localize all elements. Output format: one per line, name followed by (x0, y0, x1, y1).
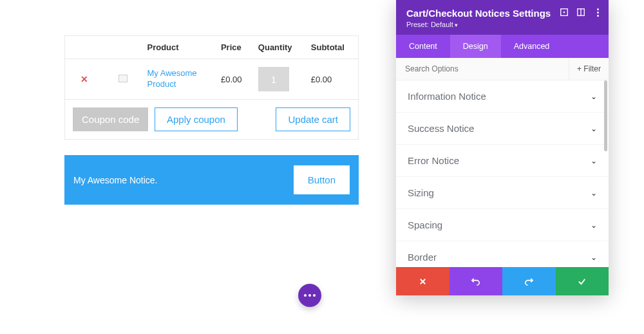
product-link[interactable]: My Awesome Product (147, 68, 199, 90)
cancel-button[interactable] (396, 267, 450, 295)
cart-table: Product Price Quantity Subtotal ✕ My Awe… (64, 35, 359, 140)
panel-header: Cart/Checkout Notices Settings Preset: D… (396, 0, 609, 35)
redo-button[interactable] (502, 267, 556, 295)
coupon-input[interactable] (73, 107, 148, 131)
preset-dropdown[interactable]: Preset: Default (406, 21, 598, 28)
cart-actions-row: Apply coupon Update cart (65, 100, 359, 140)
col-price: Price (216, 36, 253, 59)
chevron-down-icon: ⌄ (591, 92, 597, 101)
col-subtotal: Subtotal (306, 36, 359, 59)
tab-design[interactable]: Design (450, 35, 501, 58)
filter-button[interactable]: + Filter (569, 58, 609, 80)
notice-text: My Awesome Notice. (73, 175, 157, 185)
panel-layout-icon[interactable] (576, 8, 585, 17)
chevron-down-icon: ⌄ (591, 221, 597, 230)
search-row: + Filter (396, 58, 609, 80)
options-list: Information Notice⌄ Success Notice⌄ Erro… (396, 80, 609, 267)
tab-content[interactable]: Content (396, 35, 450, 58)
confirm-button[interactable] (556, 267, 609, 295)
expand-icon[interactable] (560, 8, 569, 17)
apply-coupon-button[interactable]: Apply coupon (155, 107, 238, 131)
option-border[interactable]: Border⌄ (396, 241, 609, 267)
col-product: Product (142, 36, 216, 59)
undo-button[interactable] (450, 267, 503, 295)
panel-footer (396, 267, 609, 295)
panel-tabs: Content Design Advanced (396, 35, 609, 58)
quantity-stepper[interactable]: 1 (258, 67, 289, 91)
chevron-down-icon: ⌄ (591, 189, 597, 198)
settings-panel: Cart/Checkout Notices Settings Preset: D… (396, 0, 609, 295)
option-success-notice[interactable]: Success Notice⌄ (396, 113, 609, 145)
table-row: ✕ My Awesome Product £0.00 1 £0.00 (65, 59, 359, 100)
chevron-down-icon: ⌄ (591, 253, 597, 262)
more-menu-icon[interactable] (593, 8, 602, 17)
chevron-down-icon: ⌄ (591, 156, 597, 165)
tab-advanced[interactable]: Advanced (501, 35, 563, 58)
cart-area: Product Price Quantity Subtotal ✕ My Awe… (64, 35, 359, 205)
notice-bar: My Awesome Notice. Button (64, 155, 359, 205)
remove-item-button[interactable]: ✕ (80, 74, 88, 84)
col-quantity: Quantity (253, 36, 306, 59)
update-cart-button[interactable]: Update cart (276, 107, 350, 131)
chevron-down-icon: ⌄ (591, 124, 597, 133)
notice-button[interactable]: Button (294, 165, 350, 194)
option-spacing[interactable]: Spacing⌄ (396, 209, 609, 241)
option-information-notice[interactable]: Information Notice⌄ (396, 80, 609, 113)
cell-price: £0.00 (216, 59, 253, 100)
svg-point-1 (564, 12, 565, 14)
scrollbar[interactable] (604, 80, 607, 151)
option-error-notice[interactable]: Error Notice⌄ (396, 145, 609, 177)
fab-button[interactable] (298, 284, 321, 307)
search-input[interactable] (396, 58, 569, 80)
cell-subtotal: £0.00 (306, 59, 359, 100)
product-thumbnail[interactable] (118, 75, 128, 82)
option-sizing[interactable]: Sizing⌄ (396, 177, 609, 209)
